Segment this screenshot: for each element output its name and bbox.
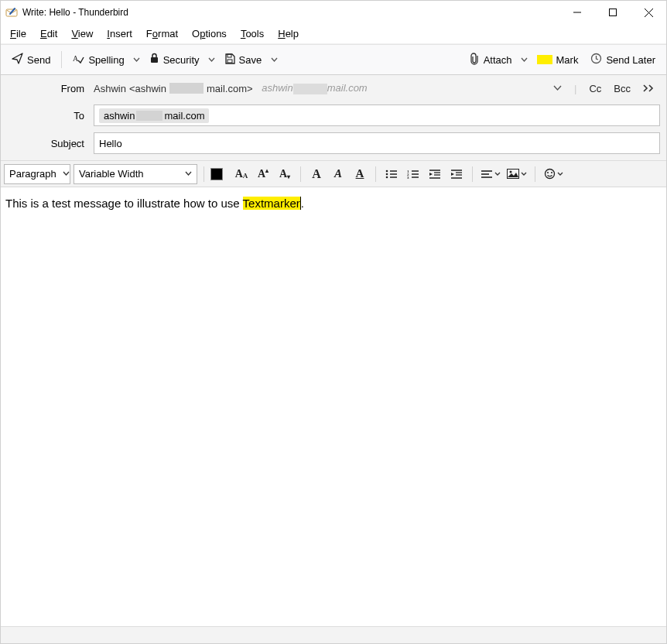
svg-text:3: 3 xyxy=(407,176,409,180)
bullet-list-button[interactable] xyxy=(382,165,401,183)
svg-rect-8 xyxy=(227,60,232,63)
format-toolbar: Paragraph Variable Width AA A▴ A▾ A A A … xyxy=(1,161,666,187)
message-body-editor[interactable]: This is a test message to illustrate how… xyxy=(1,187,666,626)
send-later-label: Send Later xyxy=(606,54,655,66)
menu-view[interactable]: View xyxy=(65,26,99,42)
menu-file[interactable]: File xyxy=(4,26,32,42)
from-dropdown[interactable] xyxy=(553,83,562,94)
send-label: Send xyxy=(27,54,50,66)
send-button[interactable]: Send xyxy=(5,50,56,70)
indent-button[interactable] xyxy=(447,165,466,183)
more-recipients-button[interactable] xyxy=(643,83,655,94)
bold-button[interactable]: A xyxy=(307,165,326,183)
spelling-label: Spelling xyxy=(88,54,124,66)
attach-dropdown[interactable] xyxy=(518,53,531,67)
cc-button[interactable]: Cc xyxy=(589,83,601,94)
save-label: Save xyxy=(239,54,262,66)
menu-tools[interactable]: Tools xyxy=(234,26,270,42)
svg-point-12 xyxy=(386,173,388,175)
svg-point-35 xyxy=(545,170,554,179)
save-icon xyxy=(224,53,235,67)
font-size-decrease-button[interactable]: AA xyxy=(232,165,251,183)
close-button[interactable] xyxy=(631,1,666,24)
insert-image-button[interactable] xyxy=(505,165,528,183)
body-text-post: . xyxy=(301,197,304,210)
outdent-button[interactable] xyxy=(426,165,444,183)
menu-bar: File Edit View Insert Format Options Too… xyxy=(1,24,666,44)
menu-format[interactable]: Format xyxy=(140,26,184,42)
security-button[interactable]: Security xyxy=(143,50,206,70)
svg-point-37 xyxy=(551,172,552,173)
mark-label: Mark xyxy=(556,54,579,66)
subject-label: Subject xyxy=(7,138,87,149)
numbered-list-button[interactable]: 123 xyxy=(404,165,422,183)
redacted-block xyxy=(169,83,204,94)
send-icon xyxy=(12,53,23,67)
paperclip-icon xyxy=(469,53,480,67)
spelling-button[interactable]: A Spelling xyxy=(67,50,130,70)
align-button[interactable] xyxy=(479,165,502,183)
minimize-button[interactable] xyxy=(559,1,595,24)
svg-text:A: A xyxy=(73,54,79,63)
from-identity[interactable]: Ashwin <ashwinmail.com> ashwinmail.com xyxy=(94,82,368,94)
lock-icon xyxy=(149,53,159,67)
security-dropdown[interactable] xyxy=(206,53,218,67)
send-later-button[interactable]: Send Later xyxy=(584,50,662,70)
save-button[interactable]: Save xyxy=(218,50,269,70)
subject-value: Hello xyxy=(99,138,122,149)
spellcheck-icon: A xyxy=(73,53,84,67)
from-label: From xyxy=(7,83,87,94)
save-dropdown[interactable] xyxy=(268,53,280,67)
highlight-swatch-icon xyxy=(537,55,552,64)
to-recipient-chip[interactable]: ashwinmail.com xyxy=(99,108,209,123)
svg-point-36 xyxy=(547,172,549,173)
paragraph-style-select[interactable]: Paragraph xyxy=(4,164,70,184)
maximize-button[interactable] xyxy=(595,1,631,24)
svg-rect-2 xyxy=(610,9,617,16)
font-size-increase-sub-button[interactable]: A▾ xyxy=(275,165,294,183)
spelling-dropdown[interactable] xyxy=(131,53,143,67)
title-bar: Write: Hello - Thunderbird xyxy=(1,1,666,24)
font-size-increase-sup-button[interactable]: A▴ xyxy=(254,165,272,183)
window-title: Write: Hello - Thunderbird xyxy=(22,7,128,18)
compose-headers: From Ashwin <ashwinmail.com> ashwinmail.… xyxy=(1,75,666,161)
svg-point-14 xyxy=(386,176,388,178)
security-label: Security xyxy=(163,54,200,66)
menu-help[interactable]: Help xyxy=(272,26,305,42)
app-icon xyxy=(5,6,18,19)
clock-icon xyxy=(590,53,602,67)
status-bar xyxy=(1,626,666,643)
highlighted-text: Textmarker xyxy=(243,197,300,210)
insert-emoji-button[interactable] xyxy=(542,165,565,183)
to-label: To xyxy=(7,110,87,122)
underline-button[interactable]: A xyxy=(351,165,369,183)
bcc-button[interactable]: Bcc xyxy=(614,83,631,94)
menu-insert[interactable]: Insert xyxy=(101,26,139,42)
svg-point-34 xyxy=(510,171,512,173)
body-text-pre: This is a test message to illustrate how… xyxy=(5,197,243,210)
attach-label: Attach xyxy=(484,54,512,66)
font-family-select[interactable]: Variable Width xyxy=(74,164,197,184)
mark-button[interactable]: Mark xyxy=(531,51,585,69)
to-field[interactable]: ashwinmail.com xyxy=(94,104,660,126)
main-toolbar: Send A Spelling Security Save xyxy=(1,44,666,75)
attach-button[interactable]: Attach xyxy=(463,50,518,70)
menu-edit[interactable]: Edit xyxy=(34,26,63,42)
svg-point-10 xyxy=(386,170,388,172)
menu-options[interactable]: Options xyxy=(186,26,233,42)
subject-field[interactable]: Hello xyxy=(94,132,660,154)
italic-button[interactable]: A xyxy=(329,165,347,183)
text-color-button[interactable] xyxy=(210,168,223,180)
svg-rect-6 xyxy=(151,57,158,63)
